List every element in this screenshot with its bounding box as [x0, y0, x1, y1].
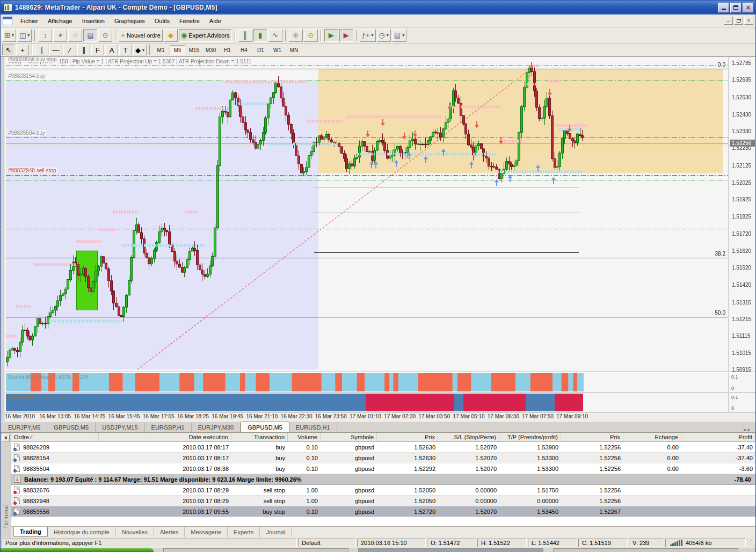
text-tool-button[interactable]: A [105, 45, 118, 55]
minimize-button[interactable] [718, 3, 729, 13]
taskbar-button-active[interactable] [358, 548, 543, 552]
timeframe-mn[interactable]: MN [286, 45, 302, 55]
horizontal-line-tool-button[interactable]: — [49, 45, 62, 55]
fibonacci-tool-button[interactable]: F [91, 45, 104, 55]
crosshair-tool-button[interactable]: + [16, 45, 29, 55]
chart-tab-gbpusd-m5[interactable]: GBPUSD,M5 [241, 422, 289, 432]
arrows-tool-button[interactable]: ◆▾ [133, 45, 147, 55]
order-row-98859556[interactable]: 988595562010.03.17 09:55buy stop0.10gbpu… [11, 506, 755, 517]
navigator-button[interactable]: ☆ [68, 29, 82, 42]
column-header-volume[interactable]: Volume [288, 433, 321, 441]
terminal-tab-alertes[interactable]: Alertes [154, 527, 185, 537]
mdi-restore-button[interactable] [734, 17, 743, 25]
timeframe-m5[interactable]: M5 [170, 45, 185, 55]
menu-outils[interactable]: Outils [150, 16, 175, 26]
data-window-button[interactable]: ⌖ [53, 29, 67, 42]
zoom-in-button[interactable]: ⊕ [289, 29, 303, 42]
status-profile[interactable]: Default [298, 539, 356, 547]
time-axis-label: 16 Mar 23:50 [315, 413, 347, 419]
timeframe-h4[interactable]: H4 [236, 45, 252, 55]
cursor-tool-button[interactable]: ↖ [2, 45, 15, 55]
zoom-out-button[interactable]: ⊖ [304, 29, 318, 42]
market-watch-button[interactable]: ↕ [38, 29, 52, 42]
timeframe-w1[interactable]: W1 [270, 45, 285, 55]
terminal-tab-historique-du-compte[interactable]: Historique du compte [48, 527, 116, 537]
column-header-profit[interactable]: Profit [681, 433, 755, 441]
order-row-98826209[interactable]: 988262092010.03.17 08:17buy0.10gbpusd1.5… [11, 442, 755, 453]
chart-tab-usdjpy-m15[interactable]: USDJPY,M15 [96, 423, 144, 432]
terminal-close-button[interactable]: × [2, 434, 10, 441]
channel-tool-button[interactable]: ∥ [77, 45, 90, 55]
column-header-prix[interactable]: Prix [377, 433, 438, 441]
periods-button[interactable]: ◷▾ [377, 29, 391, 42]
terminal-tab-nouvelles[interactable]: Nouvelles [116, 527, 154, 537]
menu-fenetre[interactable]: Fenetre [175, 16, 205, 26]
mdi-minimize-button[interactable]: – [724, 17, 733, 25]
column-header-ordre[interactable]: Ordre ∕ [11, 433, 99, 441]
timeframe-d1[interactable]: D1 [253, 45, 268, 55]
timeframe-m15[interactable]: M15 [186, 45, 202, 55]
auto-scroll-button[interactable]: ▶ [324, 29, 338, 42]
column-header-prix[interactable]: Prix [561, 433, 623, 441]
terminal-tab-journal[interactable]: Journal [260, 527, 292, 537]
column-header-transaction[interactable]: Transaction [231, 433, 288, 441]
trend-line-tool-button[interactable]: ∕ [63, 45, 76, 55]
column-header-t-p-prendre-profit-[interactable]: T/P (Prendre/profit) [499, 433, 561, 441]
terminal-tab-trading[interactable]: Trading [13, 527, 48, 537]
status-bar: Pour plus d'informations, appuyer F1 Def… [1, 538, 755, 548]
taskbar-button[interactable] [163, 548, 348, 552]
new-chart-button[interactable]: ⊞▾ [2, 29, 16, 42]
candle-chart-button[interactable]: ▮ [253, 29, 267, 42]
vertical-line-tool-button[interactable]: ❘ [35, 45, 48, 55]
text-label-tool-button[interactable]: T [119, 45, 132, 55]
bias-label: Market Bias 1.5229 1.5229 [8, 395, 72, 401]
chart-tab-gbpusd-m5[interactable]: GBPUSD,M5 [47, 423, 96, 432]
tab-scroll-left-icon[interactable]: ◂ [743, 427, 746, 432]
momentum-canvas[interactable] [5, 373, 729, 392]
price-chart-canvas[interactable] [5, 57, 729, 372]
expert-advisors-button[interactable]: ◉Expert Advisors [179, 29, 232, 42]
menu-aide[interactable]: Aide [205, 16, 226, 26]
maximize-button[interactable] [730, 3, 742, 13]
column-header-s-l-stop-perte-[interactable]: S/L (Stop/Perte) [438, 433, 499, 441]
bias-canvas[interactable] [5, 393, 729, 412]
column-header-symbole[interactable]: Symbole [321, 433, 377, 441]
order-row-98828154[interactable]: 988281542010.03.17 08:17buy0.10gbpusd1.5… [11, 453, 755, 463]
mdi-close-button[interactable]: × [744, 17, 753, 25]
close-button[interactable]: × [743, 3, 754, 13]
bar-chart-button[interactable]: ║ [238, 29, 252, 42]
resize-grip[interactable] [747, 539, 754, 547]
strategy-tester-button[interactable]: ⊙ [98, 29, 112, 42]
chart-tab-eurusd-h1[interactable]: EURUSD,H1 [289, 423, 337, 432]
menu-graphiques[interactable]: Graphiques [110, 16, 150, 26]
start-button-fragment[interactable] [1, 548, 154, 552]
taskbar-button[interactable] [553, 548, 738, 552]
timeframe-h1[interactable]: H1 [220, 45, 235, 55]
line-chart-button[interactable]: ∿ [268, 29, 282, 42]
menu-insertion[interactable]: Insertion [77, 16, 110, 26]
menu-fichier[interactable]: Fichier [16, 16, 43, 26]
indicators-button[interactable]: ƒ+▾ [360, 29, 376, 42]
timeframe-m1[interactable]: M1 [153, 45, 169, 55]
terminal-button[interactable]: ▤ [83, 29, 97, 42]
menu-affichage[interactable]: Affichage [43, 16, 77, 26]
order-row-98832948[interactable]: 988329482010.03.17 08:29sell stop1.00gbp… [11, 496, 755, 506]
timeframe-m30[interactable]: M30 [203, 45, 219, 55]
new-order-button[interactable]: +Nouvel ordre [119, 29, 163, 42]
column-header-date-ex-cution[interactable]: Date exécution [99, 433, 231, 441]
templates-button[interactable]: ▤▾ [392, 29, 406, 42]
window-titlebar[interactable]: 1488629: MetaTrader - Alpari UK - Compte… [1, 1, 755, 14]
chart-tab-eurgbp-h1[interactable]: EURGBP,H1 [145, 423, 192, 432]
order-row-98835504[interactable]: 988355042010.03.17 08:38buy0.10gbpusd1.5… [11, 463, 755, 474]
chart-tab-eurjpy-m5[interactable]: EURJPY,M5 [2, 423, 47, 432]
profiles-button[interactable]: ◫▾ [17, 29, 32, 42]
metaquotes-button[interactable]: ◆ [164, 29, 178, 42]
tab-scroll-right-icon[interactable]: ▸ [747, 427, 750, 432]
column-header-echange[interactable]: Echange [623, 433, 681, 441]
terminal-tab-messagerie[interactable]: Messagerie [185, 527, 228, 537]
order-row-98832676[interactable]: 988326762010.03.17 08:29sell stop1.00gbp… [11, 485, 755, 496]
chart-tab-eurjpy-m30[interactable]: EURJPY,M30 [192, 423, 241, 432]
balance-row[interactable]: ⇓Balance: 9 193.07 Equité : 9 114.67 Mar… [11, 474, 755, 485]
chart-shift-button[interactable]: ▶ [339, 29, 353, 42]
terminal-tab-experts[interactable]: Experts [228, 527, 260, 537]
